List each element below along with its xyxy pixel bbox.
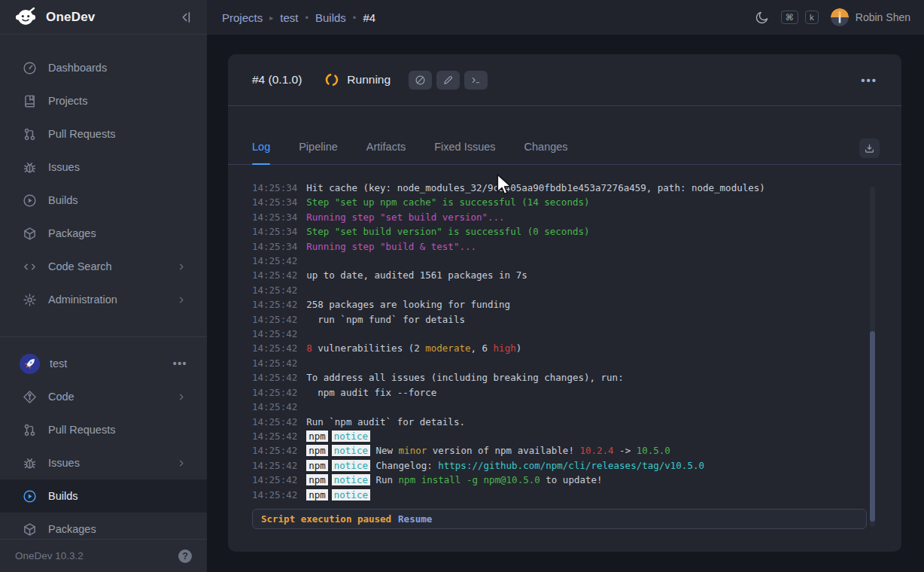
sidebar-footer: OneDev 10.3.2 ? [0,539,207,572]
sidebar-item-dashboards[interactable]: Dashboards [0,51,207,84]
user-avatar[interactable] [831,8,849,26]
breadcrumb-builds[interactable]: Builds [315,11,346,24]
sidebar-item-builds[interactable]: Builds [0,184,207,217]
log-text: npm audit fix --force [306,387,436,398]
log-text: to update! [540,474,603,485]
build-more-icon[interactable]: ••• [861,74,877,87]
log-text: moderate [425,342,470,354]
sidebar-main-nav: DashboardsProjectsPull RequestsIssuesBui… [0,35,207,316]
package-icon [23,522,37,537]
sidebar-item-projects[interactable]: Projects [0,84,207,117]
log-timestamp: 14:25:34 [252,182,297,193]
play-circle-icon [23,489,37,504]
log-timestamp: 14:25:34 [252,241,297,252]
build-status: Running [347,73,391,87]
tab-pipeline[interactable]: Pipeline [299,141,338,164]
sidebar-item-label: Pull Requests [48,424,115,436]
sidebar-item-packages[interactable]: Packages [0,217,207,250]
brand-bar: OneDev [0,0,207,35]
log-line: 14:25:42npmnotice [252,429,901,443]
sidebar-item-label: Projects [48,95,87,107]
sidebar-item-pull-requests[interactable]: Pull Requests [0,117,207,151]
sidebar-item-pull-requests[interactable]: Pull Requests [0,413,207,446]
log-timestamp: 14:25:42 [252,474,297,485]
npm-badge: npm [306,445,328,456]
sidebar-item-label: Packages [48,523,96,535]
brand-name: OneDev [46,10,95,25]
gear-icon [23,293,37,307]
log-timestamp: 14:25:42 [252,358,297,369]
sidebar-item-code[interactable]: Code [0,380,207,413]
sidebar-item-code-search[interactable]: Code Search [0,250,207,283]
log-text: high [494,342,516,354]
log-text: 10.5.0 [637,445,670,456]
pull-request-icon [23,423,37,437]
build-log[interactable]: 14:25:34Hit cache (key: node_modules_32/… [228,165,901,509]
notice-badge: notice [332,489,370,500]
cancel-build-button[interactable] [409,71,432,90]
log-text: ) [516,342,522,354]
tab-log[interactable]: Log [252,141,270,164]
topbar: Projects▸test•Builds•#4 ⌘ k [207,0,924,35]
notice-badge: notice [332,431,370,442]
tab-changes[interactable]: Changes [524,141,568,164]
shortcut-cmd-key[interactable]: ⌘ [781,11,799,24]
log-line: 14:25:42up to date, audited 1561 package… [252,268,901,282]
npm-badge: npm [306,431,328,442]
log-timestamp: 14:25:42 [252,284,297,296]
sidebar-item-label: Builds [48,194,78,206]
log-line: 14:25:42 npm audit fix --force [252,385,901,400]
log-scrollbar-thumb[interactable] [870,331,875,522]
log-line: 14:25:42To address all issues (including… [252,370,901,385]
log-timestamp: 14:25:42 [252,416,297,427]
log-line: 14:25:42 [252,400,901,414]
dark-mode-moon-icon[interactable] [755,11,769,24]
log-timestamp: 14:25:42 [252,445,297,456]
log-text: minor [399,445,427,456]
log-text: Hit cache (key: node_modules_32/9c2405aa… [306,182,765,193]
package-icon [23,227,37,241]
log-text: 10.2.4 [579,445,613,456]
tab-fixed-issues[interactable]: Fixed Issues [434,141,495,164]
sidebar: OneDev DashboardsProjectsPull RequestsIs… [0,0,207,572]
chevron-right-icon [176,294,187,306]
log-text: vulnerabilities (2 [312,342,426,354]
sidebar-item-issues[interactable]: Issues [0,446,207,479]
breadcrumb-separator: ▸ [269,14,273,22]
breadcrumb-projects[interactable]: Projects [222,11,263,24]
sidebar-collapse-icon[interactable] [178,10,193,25]
user-name[interactable]: Robin Shen [856,11,910,23]
chevron-right-icon [176,261,187,272]
help-icon[interactable]: ? [178,549,192,563]
log-text: 258 packages are looking for funding [306,299,510,310]
breadcrumb-separator: • [353,12,357,23]
chevron-right-icon [176,391,187,403]
npm-badge: npm [306,474,328,485]
resume-link[interactable]: Resume [398,513,432,525]
shortcut-k-key[interactable]: k [805,11,819,24]
dashboard-icon [23,61,37,75]
terminal-button[interactable] [464,71,488,90]
log-line: 14:25:34Step "set build version" is succ… [252,224,901,239]
breadcrumb-test[interactable]: test [280,11,298,24]
download-log-button[interactable] [859,138,880,158]
log-text: Running step "set build version"... [306,211,504,223]
edit-build-button[interactable] [436,71,460,90]
log-text: Step "set up npm cache" is successful (1… [306,196,589,208]
code-icon [23,260,37,274]
app-version: OneDev 10.3.2 [15,550,84,561]
log-timestamp: 14:25:34 [252,226,297,237]
sidebar-divider [0,336,207,337]
log-timestamp: 14:25:42 [252,328,297,339]
sidebar-item-issues[interactable]: Issues [0,151,207,184]
tab-artifacts[interactable]: Artifacts [366,141,406,164]
log-line: 14:25:42 [252,254,901,268]
sidebar-project-row[interactable]: test ••• [0,347,207,380]
project-more-icon[interactable]: ••• [173,358,187,370]
page-content: #4 (0.1.0) Running ••• [207,35,924,572]
log-line: 14:25:42 [252,283,901,297]
sidebar-item-builds[interactable]: Builds [0,479,207,513]
onedev-logo-icon [14,5,38,29]
sidebar-item-administration[interactable]: Administration [0,283,207,316]
breadcrumb--4: #4 [363,11,375,24]
